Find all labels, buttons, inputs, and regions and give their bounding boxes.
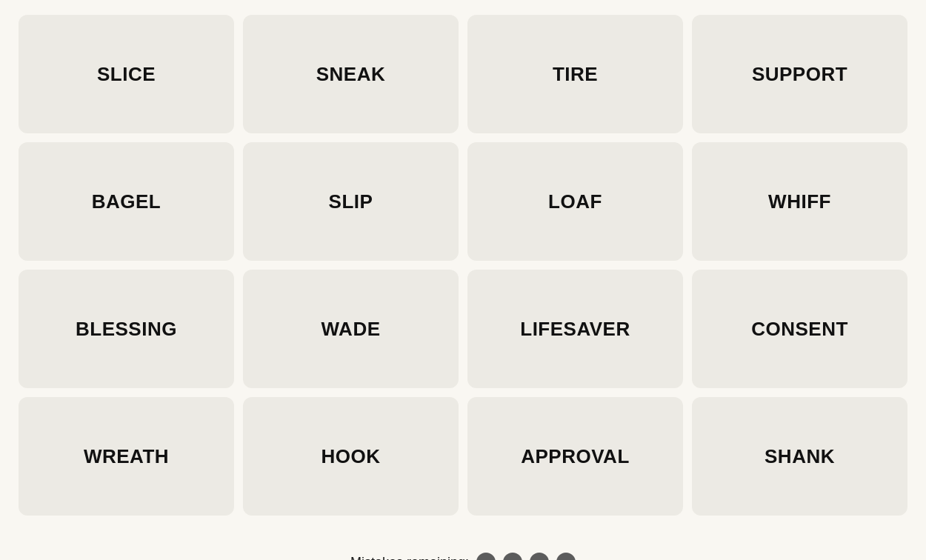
word-card-hook[interactable]: HOOK	[243, 397, 459, 516]
word-label-slice: SLICE	[97, 63, 156, 86]
word-label-wade: WADE	[322, 318, 381, 341]
word-card-wreath[interactable]: WREATH	[19, 397, 234, 516]
word-label-lifesaver: LIFESAVER	[520, 318, 630, 341]
word-card-bagel[interactable]: BAGEL	[19, 142, 234, 261]
mistake-dot-3	[530, 553, 549, 560]
mistake-dot-4	[556, 553, 576, 560]
word-card-whiff[interactable]: WHIFF	[692, 142, 907, 261]
word-label-slip: SLIP	[329, 190, 373, 213]
mistake-dot-2	[503, 553, 522, 560]
mistakes-remaining-row: Mistakes remaining:	[350, 553, 576, 560]
word-card-wade[interactable]: WADE	[243, 270, 459, 388]
word-card-slice[interactable]: SLICE	[19, 15, 234, 133]
word-label-hook: HOOK	[322, 445, 381, 468]
word-label-wreath: WREATH	[84, 445, 169, 468]
word-label-consent: CONSENT	[751, 318, 848, 341]
word-card-slip[interactable]: SLIP	[243, 142, 459, 261]
word-card-sneak[interactable]: SNEAK	[243, 15, 459, 133]
word-label-tire: TIRE	[553, 63, 598, 86]
word-label-shank: SHANK	[765, 445, 835, 468]
word-label-sneak: SNEAK	[316, 63, 386, 86]
word-card-blessing[interactable]: BLESSING	[19, 270, 234, 388]
word-label-whiff: WHIFF	[768, 190, 831, 213]
word-card-consent[interactable]: CONSENT	[692, 270, 907, 388]
mistake-dot-1	[476, 553, 496, 560]
word-label-support: SUPPORT	[752, 63, 847, 86]
word-card-tire[interactable]: TIRE	[467, 15, 683, 133]
word-label-bagel: BAGEL	[92, 190, 161, 213]
mistake-dots	[476, 553, 576, 560]
word-card-shank[interactable]: SHANK	[692, 397, 907, 516]
word-card-support[interactable]: SUPPORT	[692, 15, 907, 133]
word-card-lifesaver[interactable]: LIFESAVER	[467, 270, 683, 388]
word-card-approval[interactable]: APPROVAL	[467, 397, 683, 516]
word-label-loaf: LOAF	[548, 190, 602, 213]
word-grid: SLICESNEAKTIRESUPPORTBAGELSLIPLOAFWHIFFB…	[19, 15, 907, 516]
word-label-blessing: BLESSING	[76, 318, 177, 341]
word-card-loaf[interactable]: LOAF	[467, 142, 683, 261]
mistakes-label: Mistakes remaining:	[350, 555, 469, 561]
word-label-approval: APPROVAL	[521, 445, 630, 468]
